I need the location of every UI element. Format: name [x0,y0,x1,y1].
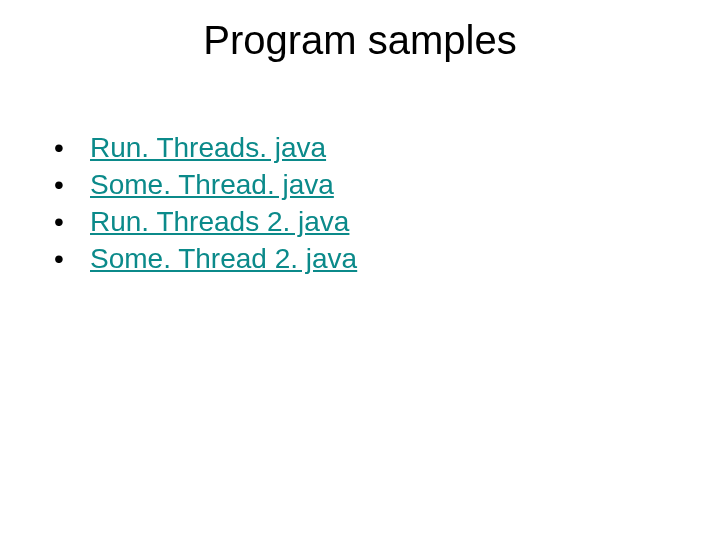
link-run-threads-java[interactable]: Run. Threads. java [90,130,326,167]
list-item: • Some. Thread 2. java [54,241,666,278]
bullet-icon: • [54,241,90,278]
slide: Program samples • Run. Threads. java • S… [0,0,720,540]
bullet-icon: • [54,167,90,204]
link-some-thread-java[interactable]: Some. Thread. java [90,167,334,204]
link-run-threads2-java[interactable]: Run. Threads 2. java [90,204,349,241]
list-item: • Run. Threads 2. java [54,204,666,241]
bullet-icon: • [54,204,90,241]
bullet-icon: • [54,130,90,167]
list-item: • Run. Threads. java [54,130,666,167]
slide-title: Program samples [0,18,720,63]
list-item: • Some. Thread. java [54,167,666,204]
link-some-thread2-java[interactable]: Some. Thread 2. java [90,241,357,278]
bullet-list: • Run. Threads. java • Some. Thread. jav… [54,130,666,278]
